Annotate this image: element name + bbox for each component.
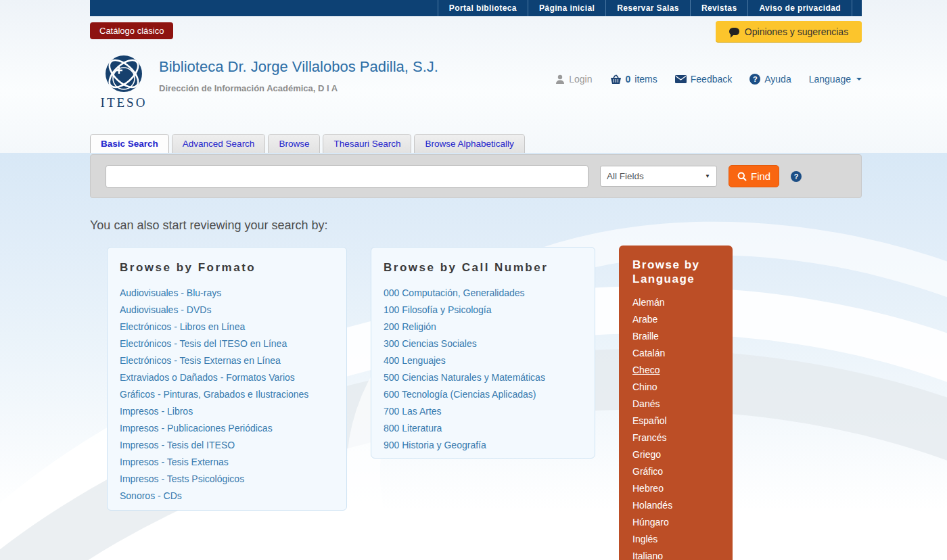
- select-caret-icon: ▼: [705, 173, 710, 179]
- cart-link[interactable]: 0 items: [610, 74, 657, 85]
- formato-link[interactable]: Impresos - Tesis del ITESO: [120, 437, 334, 454]
- language-link[interactable]: Arabe: [632, 311, 719, 328]
- login-label: Login: [569, 74, 592, 85]
- browse-by-formato-panel: Browse by Formato Audiovisuales - Blu-ra…: [107, 247, 347, 511]
- formato-link[interactable]: Impresos - Tests Psicológicos: [120, 471, 334, 488]
- logo-wordmark: ITESO: [100, 95, 147, 110]
- language-link[interactable]: Holandés: [632, 497, 719, 514]
- formato-panel-title: Browse by Formato: [120, 261, 334, 275]
- envelope-icon: [675, 75, 687, 83]
- iteso-logo-icon: [104, 54, 143, 93]
- language-link[interactable]: Checo: [632, 362, 719, 379]
- user-icon: [555, 74, 565, 84]
- search-input[interactable]: [106, 165, 588, 188]
- search-tabs: Basic SearchAdvanced SearchBrowseThesaur…: [90, 134, 525, 153]
- question-circle-icon: ?: [749, 74, 760, 85]
- call-number-link[interactable]: 300 Ciencias Sociales: [384, 335, 582, 352]
- call-number-link[interactable]: 700 Las Artes: [384, 403, 582, 420]
- language-link[interactable]: Danés: [632, 396, 719, 413]
- formato-link[interactable]: Audiovisuales - DVDs: [120, 302, 334, 319]
- search-tab[interactable]: Browse: [268, 134, 320, 153]
- top-nav-bar: Portal bibliotecaPágina inicialReservar …: [90, 0, 862, 16]
- call-number-link[interactable]: 900 Historia y Geografía: [384, 437, 582, 454]
- language-menu[interactable]: Language: [809, 74, 862, 85]
- search-tab[interactable]: Browse Alphabetically: [414, 134, 524, 153]
- formato-link[interactable]: Electrónicos - Tesis del ITESO en Línea: [120, 335, 334, 352]
- suggestions-button[interactable]: Opiniones y sugerencias: [716, 21, 862, 42]
- formato-link[interactable]: Audiovisuales - Blu-rays: [120, 285, 334, 302]
- language-link[interactable]: Chino: [632, 379, 719, 396]
- help-link[interactable]: ? Ayuda: [749, 74, 791, 85]
- selected-field-label: All Fields: [607, 171, 644, 181]
- search-field-select[interactable]: All Fields ▼: [600, 166, 717, 187]
- chevron-down-icon: [856, 78, 862, 83]
- call-number-link[interactable]: 200 Religión: [384, 319, 582, 335]
- browse-by-call-number-panel: Browse by Call Number 000 Computación, G…: [371, 247, 595, 459]
- cart-items-label: items: [634, 74, 657, 85]
- search-panel: All Fields ▼ Find ?: [90, 154, 862, 198]
- language-link[interactable]: Braille: [632, 328, 719, 345]
- language-label: Language: [809, 74, 851, 85]
- formato-link[interactable]: Sonoros - CDs: [120, 488, 334, 505]
- feedback-link[interactable]: Feedback: [675, 74, 732, 85]
- formato-list: Audiovisuales - Blu-raysAudiovisuales - …: [120, 285, 334, 505]
- language-link[interactable]: Gráfico: [632, 463, 719, 480]
- language-link[interactable]: Húngaro: [632, 514, 719, 531]
- search-help-icon[interactable]: ?: [791, 171, 802, 182]
- language-link[interactable]: Catalán: [632, 345, 719, 362]
- top-nav-link[interactable]: Revistas: [690, 0, 748, 16]
- formato-link[interactable]: Impresos - Tesis Externas: [120, 454, 334, 471]
- call-number-link[interactable]: 800 Literatura: [384, 420, 582, 437]
- feedback-label: Feedback: [691, 74, 732, 85]
- search-tab[interactable]: Thesauri Search: [323, 134, 411, 153]
- call-number-link[interactable]: 500 Ciencias Naturales y Matemáticas: [384, 369, 582, 386]
- speech-bubble-icon: [729, 28, 739, 35]
- language-link[interactable]: Hebreo: [632, 480, 719, 497]
- top-nav-link[interactable]: Portal biblioteca: [438, 0, 528, 16]
- top-nav-link[interactable]: Reservar Salas: [605, 0, 690, 16]
- user-links: Login 0 items Feedback ? Ayuda Language: [568, 72, 862, 87]
- language-panel-title: Browse by Language: [632, 258, 719, 287]
- top-nav-link[interactable]: Página inicial: [528, 0, 605, 16]
- language-link[interactable]: Italiano: [632, 548, 719, 560]
- classic-catalog-button[interactable]: Catálogo clásico: [90, 22, 173, 39]
- language-link[interactable]: Francés: [632, 429, 719, 446]
- intro-text: You can also start reviewing your search…: [90, 218, 328, 233]
- find-label: Find: [751, 170, 770, 182]
- search-tab[interactable]: Basic Search: [90, 134, 169, 153]
- page-subtitle: Dirección de Información Académica, D I …: [159, 83, 438, 93]
- formato-link[interactable]: Electrónicos - Libros en Línea: [120, 319, 334, 335]
- language-link[interactable]: Español: [632, 413, 719, 429]
- logo[interactable]: ITESO: [100, 54, 147, 110]
- cart-count: 0: [626, 74, 631, 85]
- call-number-link[interactable]: 100 Filosofía y Psicología: [384, 302, 582, 319]
- search-tab[interactable]: Advanced Search: [172, 134, 266, 153]
- login-link[interactable]: Login: [555, 74, 592, 85]
- suggestions-label: Opiniones y sugerencias: [745, 26, 848, 37]
- language-link[interactable]: Inglés: [632, 531, 719, 548]
- formato-link[interactable]: Impresos - Publicaciones Periódicas: [120, 420, 334, 437]
- call-number-link[interactable]: 600 Tecnología (Ciencias Aplicadas): [384, 386, 582, 403]
- search-icon: [737, 172, 747, 181]
- formato-link[interactable]: Gráficos - Pinturas, Grabados e Ilustrac…: [120, 386, 334, 403]
- page: Portal bibliotecaPágina inicialReservar …: [0, 0, 947, 560]
- find-button[interactable]: Find: [729, 165, 779, 187]
- formato-link[interactable]: Impresos - Libros: [120, 403, 334, 420]
- call-number-link[interactable]: 000 Computación, Generalidades: [384, 285, 582, 302]
- formato-link[interactable]: Extraviados o Dañados - Formatos Varios: [120, 369, 334, 386]
- top-nav-link[interactable]: Aviso de privacidad: [747, 0, 852, 16]
- help-label: Ayuda: [764, 74, 791, 85]
- formato-link[interactable]: Electrónicos - Tesis Externas en Línea: [120, 352, 334, 369]
- language-list: AlemánArabeBrailleCatalánChecoChinoDanés…: [632, 294, 719, 560]
- basket-icon: [610, 74, 622, 85]
- language-link[interactable]: Griego: [632, 446, 719, 463]
- language-link[interactable]: Alemán: [632, 294, 719, 311]
- call-number-panel-title: Browse by Call Number: [384, 261, 582, 275]
- library-titles: Biblioteca Dr. Jorge Villalobos Padilla,…: [159, 58, 438, 93]
- call-number-link[interactable]: 400 Lenguajes: [384, 352, 582, 369]
- browse-by-language-panel: Browse by Language AlemánArabeBrailleCat…: [619, 246, 733, 560]
- page-title: Biblioteca Dr. Jorge Villalobos Padilla,…: [159, 58, 438, 76]
- call-number-list: 000 Computación, Generalidades100 Filoso…: [384, 285, 582, 454]
